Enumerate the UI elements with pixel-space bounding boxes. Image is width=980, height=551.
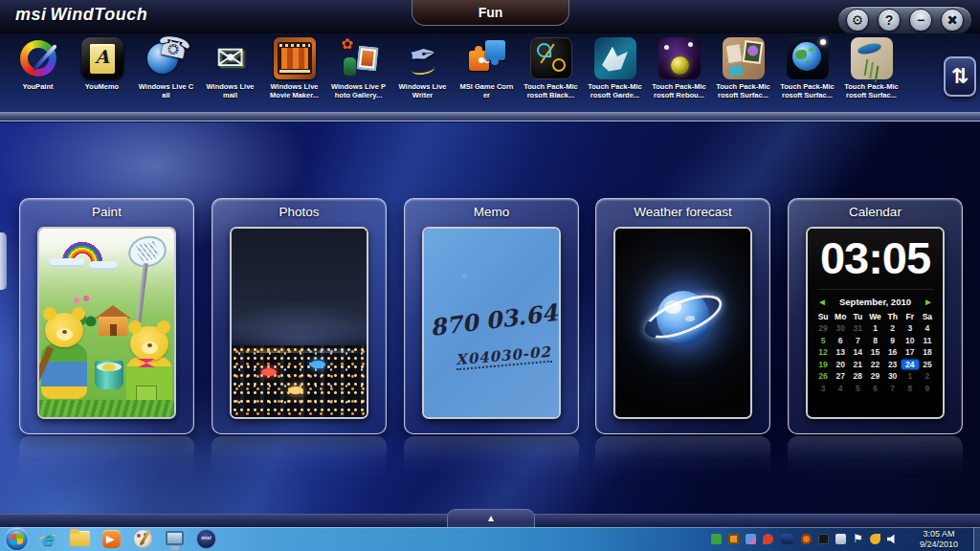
tray-icon-security[interactable] — [801, 534, 812, 544]
calendar-widget[interactable]: 03:05 ◄ September, 2010 ► SuMoTuWeThFrSa… — [806, 227, 945, 419]
card-calendar[interactable]: Calendar 03:05 ◄ September, 2010 ► SuMoT… — [788, 198, 963, 434]
settings-button[interactable]: ⚙ — [846, 9, 869, 32]
calendar-day-cell[interactable]: 5 — [814, 336, 832, 345]
calendar-day-cell[interactable]: 4 — [832, 384, 849, 393]
calendar-day-cell[interactable]: 4 — [919, 323, 936, 333]
calendar-prev-button[interactable]: ◄ — [817, 298, 827, 307]
calendar-day-cell[interactable]: 26 — [814, 371, 832, 381]
dock-item-msi-game-corner[interactable]: MSI Game Corner — [455, 37, 519, 100]
calendar-day-cell[interactable]: 17 — [902, 347, 919, 357]
app-dock: YouPaint A YouMemo ☎ Windows Live Call ✉ — [0, 33, 980, 112]
tray-icon-usb[interactable] — [711, 534, 722, 544]
calendar-day-cell[interactable]: 24 — [902, 360, 919, 369]
calendar-day-cell[interactable]: 2 — [919, 371, 936, 381]
card-paint[interactable]: Paint — [19, 198, 194, 434]
dock-item-touchpack-surface-globe[interactable]: Touch Pack-Microsoft Surfac... — [775, 37, 839, 100]
calendar-day-cell[interactable]: 27 — [832, 371, 849, 381]
calendar-day-cell[interactable]: 19 — [814, 360, 832, 369]
calendar-day-cell[interactable]: 16 — [884, 347, 902, 357]
calendar-day-cell[interactable]: 28 — [849, 371, 866, 381]
calendar-day-cell[interactable]: 9 — [919, 384, 936, 393]
taskbar-internet-explorer[interactable]: e — [37, 528, 59, 550]
dock-item-windows-live-mail[interactable]: ✉ Windows Livemail — [198, 37, 262, 100]
calendar-day-cell[interactable]: 29 — [866, 371, 883, 381]
calendar-day-cell[interactable]: 11 — [919, 336, 936, 345]
dock-scroll-button[interactable]: ⇅ — [944, 56, 976, 97]
dock-item-windows-live-movie-maker[interactable]: Windows LiveMovie Maker... — [262, 37, 326, 100]
dock-item-youpaint[interactable]: YouPaint — [6, 37, 70, 100]
tray-icon-volume[interactable] — [887, 534, 898, 544]
tray-icon-action-center-flag[interactable]: ⚑ — [853, 534, 863, 544]
side-slide-handle[interactable] — [0, 232, 7, 290]
dock-item-windows-live-call[interactable]: ☎ Windows Live Call — [134, 37, 198, 100]
calendar-day-cell[interactable]: 9 — [884, 336, 902, 345]
touchpack-garden-pond-icon — [594, 37, 636, 79]
card-photos[interactable]: Photos — [212, 198, 387, 434]
tray-icon-utility-dark[interactable] — [818, 534, 829, 544]
photos-thumbnail[interactable] — [230, 227, 368, 419]
calendar-day-cell[interactable]: 2 — [884, 323, 902, 333]
tray-icon-bluetooth[interactable] — [746, 534, 756, 544]
calendar-day-cell[interactable]: 6 — [866, 384, 883, 393]
dock-item-touchpack-garden-pond[interactable]: Touch Pack-Microsoft Garde... — [583, 37, 647, 100]
calendar-day-cell[interactable]: 31 — [849, 323, 866, 333]
calendar-day-cell[interactable]: 22 — [866, 360, 883, 369]
grass — [39, 400, 174, 417]
calendar-day-cell[interactable]: 30 — [832, 323, 849, 333]
dock-item-touchpack-surface-collage[interactable]: Touch Pack-Microsoft Surfac... — [711, 37, 775, 100]
tray-icon-display-utility[interactable] — [835, 534, 846, 544]
calendar-day-cell[interactable]: 15 — [866, 347, 883, 357]
calendar-day-cell[interactable]: 3 — [902, 323, 919, 333]
taskbar-windows-explorer[interactable] — [69, 528, 91, 550]
calendar-day-cell[interactable]: 3 — [814, 384, 832, 393]
calendar-day-cell[interactable]: 13 — [832, 347, 849, 357]
memo-thumbnail[interactable]: 870 03.649 X04030-02 — [422, 227, 561, 419]
calendar-day-cell[interactable]: 1 — [902, 371, 919, 381]
show-desktop-button[interactable] — [973, 527, 980, 551]
calendar-day-cell[interactable]: 29 — [814, 323, 832, 333]
calendar-day-cell[interactable]: 7 — [884, 384, 902, 393]
calendar-day-cell[interactable]: 5 — [849, 384, 866, 393]
help-button[interactable]: ? — [878, 9, 901, 32]
start-button[interactable] — [6, 528, 28, 550]
dock-item-label: YouMemo — [70, 82, 134, 91]
taskbar-paint[interactable] — [132, 528, 154, 550]
taskbar-msi-control-center[interactable]: msi — [195, 528, 217, 550]
taskbar-display-settings[interactable] — [164, 528, 186, 550]
calendar-day-cell[interactable]: 6 — [832, 336, 849, 345]
minimize-button[interactable]: − — [909, 9, 932, 32]
paint-thumbnail[interactable] — [37, 227, 176, 419]
dock-item-windows-live-writer[interactable]: ✒ Windows LiveWriter — [390, 37, 455, 100]
calendar-day-cell[interactable]: 21 — [849, 360, 866, 369]
taskbar-media-player[interactable]: ▶ — [100, 528, 122, 550]
calendar-day-cell[interactable]: 20 — [832, 360, 849, 369]
dock-item-touchpack-blackboard[interactable]: Touch Pack-Microsoft Black... — [519, 37, 583, 100]
taskbar-clock[interactable]: 3:05 AM 9/24/2010 — [907, 529, 970, 550]
tray-icon-pointer-utility[interactable] — [870, 534, 880, 544]
close-button[interactable]: ✖ — [941, 9, 964, 32]
calendar-day-cell[interactable]: 25 — [919, 360, 936, 369]
calendar-day-cell[interactable]: 18 — [919, 347, 936, 357]
card-memo[interactable]: Memo 870 03.649 X04030-02 — [404, 198, 579, 434]
tray-icon-audio-alert[interactable] — [763, 534, 773, 544]
drawer-handle[interactable]: ▲ — [447, 509, 535, 527]
calendar-day-cell[interactable]: 23 — [884, 360, 902, 369]
calendar-day-cell[interactable]: 8 — [902, 384, 919, 393]
calendar-day-cell[interactable]: 7 — [849, 336, 866, 345]
tray-icon-msi-utility[interactable] — [728, 534, 739, 544]
tray-icon-msi[interactable] — [780, 534, 794, 544]
calendar-next-button[interactable]: ► — [924, 298, 933, 307]
weather-thumbnail[interactable] — [613, 227, 752, 419]
calendar-day-cell[interactable]: 14 — [849, 347, 866, 357]
dock-item-touchpack-surface-lagoon[interactable]: Touch Pack-Microsoft Surfac... — [839, 37, 903, 100]
dock-item-youmemo[interactable]: A YouMemo — [70, 37, 134, 100]
calendar-day-cell[interactable]: 1 — [866, 323, 883, 333]
card-weather[interactable]: Weather forecast — [595, 198, 770, 434]
calendar-day-cell[interactable]: 8 — [866, 336, 883, 345]
dock-item-touchpack-rebound[interactable]: Touch Pack-Microsoft Rebou... — [647, 37, 711, 100]
calendar-day-cell[interactable]: 12 — [814, 347, 832, 357]
calendar-day-cell[interactable]: 30 — [884, 371, 902, 381]
calendar-day-cell[interactable]: 10 — [902, 336, 919, 345]
dock-item-windows-live-photo-gallery[interactable]: ✿ Windows Live Photo Gallery... — [326, 37, 390, 100]
tab-fun[interactable]: Fun — [412, 0, 569, 26]
